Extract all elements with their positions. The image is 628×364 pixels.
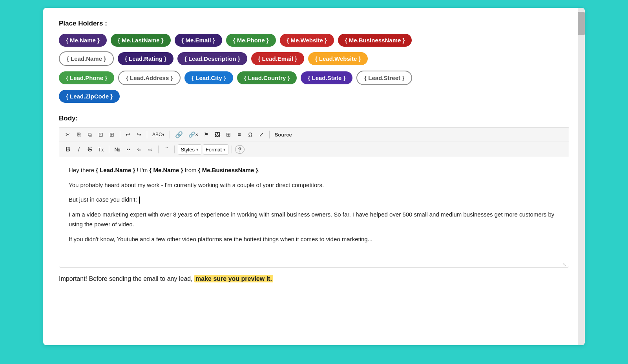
separator-4: [269, 131, 270, 138]
body-label: Body:: [59, 115, 569, 122]
content-line-4: I am a video marketing expert with over …: [69, 209, 559, 229]
important-highlight: make sure you preview it.: [194, 275, 273, 282]
source-button[interactable]: Source: [273, 130, 294, 139]
image-button[interactable]: 🖼: [213, 130, 222, 139]
paste-button[interactable]: ⧉: [85, 130, 95, 139]
badge-lead-phone[interactable]: { Lead.Phone }: [59, 71, 114, 84]
badge-lead-email[interactable]: { Lead.Email }: [251, 52, 304, 65]
copy-button[interactable]: ⎘: [74, 130, 84, 139]
maximize-button[interactable]: ⤢: [257, 130, 266, 139]
badge-me-lastname[interactable]: { Me.LastName }: [111, 34, 171, 47]
important-note: Important! Before sending the email to a…: [59, 275, 569, 282]
paste-from-word-button[interactable]: ⊞: [107, 130, 117, 139]
paste-text-button[interactable]: ⊡: [96, 130, 106, 139]
bold-button[interactable]: B: [63, 145, 73, 154]
main-card: Place Holders : { Me.Name } { Me.LastNam…: [43, 8, 585, 345]
text-cursor: [139, 197, 140, 204]
badge-row-2: { Lead.Name } { Lead.Rating } { Lead.Des…: [59, 51, 569, 66]
separator-7: [174, 146, 175, 153]
placeholders-container: { Me.Name } { Me.LastName } { Me.Email }…: [59, 34, 569, 103]
badge-lead-name[interactable]: { Lead.Name }: [59, 51, 114, 66]
badge-lead-rating[interactable]: { Lead.Rating }: [118, 52, 173, 65]
badge-row-4: { Lead.ZipCode }: [59, 90, 569, 103]
separator-8: [232, 146, 232, 153]
badge-me-phone[interactable]: { Me.Phone }: [226, 34, 276, 47]
scrollbar-track[interactable]: [578, 8, 585, 345]
editor-toolbar-bottom: B I S Tx № •• ⇦ ⇨ " Styles Format ?: [59, 142, 569, 157]
outdent-button[interactable]: ⇦: [135, 145, 144, 154]
separator-3: [170, 131, 170, 138]
help-button[interactable]: ?: [235, 145, 245, 154]
placeholders-label: Place Holders :: [59, 20, 569, 27]
badge-lead-zipcode[interactable]: { Lead.ZipCode }: [59, 90, 120, 103]
separator-5: [109, 146, 109, 153]
badge-me-email[interactable]: { Me.Email }: [175, 34, 222, 47]
resize-handle[interactable]: ⤡: [562, 261, 567, 266]
horizontal-rule-button[interactable]: ≡: [235, 130, 244, 139]
strikethrough-button[interactable]: S: [85, 145, 95, 154]
inline-me-name: { Me.Name }: [149, 167, 183, 173]
badge-me-name[interactable]: { Me.Name }: [59, 34, 107, 47]
separator-2: [147, 131, 147, 138]
badge-lead-description[interactable]: { Lead.Description }: [177, 52, 247, 65]
editor-toolbar-top: ✂ ⎘ ⧉ ⊡ ⊞ ↩ ↪ ABC▾ 🔗 🔗✕ ⚑ 🖼 ⊞ ≡ Ω ⤢: [59, 127, 569, 142]
unordered-list-button[interactable]: ••: [124, 145, 133, 154]
content-line-1: Hey there { Lead.Name } ! I'm { Me.Name …: [69, 165, 559, 175]
inline-lead-name: { Lead.Name }: [96, 167, 135, 173]
spell-check-button[interactable]: ABC▾: [150, 130, 166, 139]
badge-lead-state[interactable]: { Lead.State }: [301, 71, 352, 84]
special-char-button[interactable]: Ω: [246, 130, 255, 139]
badge-me-businessname[interactable]: { Me.BusinessName }: [338, 34, 412, 47]
scrollbar-thumb[interactable]: [578, 12, 585, 35]
content-line-5: If you didn't know, Youtube and a few ot…: [69, 234, 559, 244]
italic-button[interactable]: I: [74, 145, 84, 154]
badge-row-3: { Lead.Phone } { Lead.Address } { Lead.C…: [59, 71, 569, 85]
badge-me-website[interactable]: { Me.Website }: [280, 34, 334, 47]
anchor-button[interactable]: ⚑: [202, 130, 211, 139]
remove-format-button[interactable]: Tx: [96, 145, 106, 154]
styles-dropdown[interactable]: Styles: [178, 144, 201, 155]
separator-6: [158, 146, 159, 153]
link-button[interactable]: 🔗: [173, 130, 185, 139]
badge-lead-website[interactable]: { Lead.Website }: [308, 52, 368, 65]
badge-row-1: { Me.Name } { Me.LastName } { Me.Email }…: [59, 34, 569, 47]
badge-lead-city[interactable]: { Lead.City }: [184, 71, 233, 84]
format-dropdown[interactable]: Format: [203, 144, 228, 155]
cut-button[interactable]: ✂: [63, 130, 73, 139]
unlink-button[interactable]: 🔗✕: [186, 130, 200, 139]
badge-lead-country[interactable]: { Lead.Country }: [237, 71, 297, 84]
table-button[interactable]: ⊞: [224, 130, 233, 139]
badge-lead-street[interactable]: { Lead.Street }: [356, 71, 412, 85]
ordered-list-button[interactable]: №: [112, 145, 122, 154]
separator-1: [120, 131, 120, 138]
content-line-3: But just in case you didn't:: [69, 195, 559, 205]
indent-button[interactable]: ⇨: [146, 145, 155, 154]
badge-lead-address[interactable]: { Lead.Address }: [118, 71, 181, 85]
body-section: Body: ✂ ⎘ ⧉ ⊡ ⊞ ↩ ↪ ABC▾ 🔗 🔗✕ ⚑ 🖼 ⊞ ≡: [59, 115, 569, 268]
editor-wrapper: ✂ ⎘ ⧉ ⊡ ⊞ ↩ ↪ ABC▾ 🔗 🔗✕ ⚑ 🖼 ⊞ ≡ Ω ⤢: [59, 127, 569, 268]
inline-me-business: { Me.BusinessName }: [198, 167, 258, 173]
placeholders-section: Place Holders : { Me.Name } { Me.LastNam…: [59, 20, 569, 103]
blockquote-button[interactable]: ": [162, 145, 171, 154]
editor-content[interactable]: Hey there { Lead.Name } ! I'm { Me.Name …: [59, 157, 569, 267]
undo-button[interactable]: ↩: [123, 130, 133, 139]
redo-button[interactable]: ↪: [134, 130, 144, 139]
content-line-2: You probably heard about my work - I'm c…: [69, 180, 559, 190]
